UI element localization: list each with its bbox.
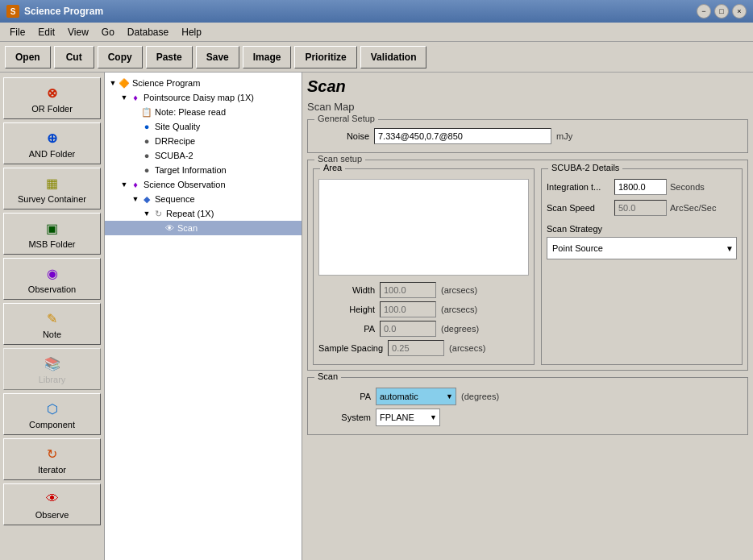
scan-bottom-label: Scan bbox=[314, 371, 341, 381]
pa-dropdown-wrapper: automatic ▼ bbox=[376, 388, 456, 405]
observe-button[interactable]: 👁 Observe bbox=[3, 483, 101, 525]
pointsource-label: Pointsource Daisy map (1X) bbox=[144, 93, 254, 102]
integration-input[interactable] bbox=[614, 179, 667, 195]
expand-icon: ▼ bbox=[131, 194, 140, 204]
iterator-icon: ↻ bbox=[43, 444, 62, 463]
sample-unit: (arcsecs) bbox=[449, 343, 485, 353]
copy-button[interactable]: Copy bbox=[98, 46, 143, 68]
minimize-button[interactable]: − bbox=[697, 4, 711, 19]
tree-item-scuba2[interactable]: ● SCUBA-2 bbox=[105, 148, 302, 163]
drrecipe-label: DRRecipe bbox=[155, 136, 195, 146]
sequence-icon: ◆ bbox=[140, 193, 153, 205]
expand-spacer bbox=[131, 122, 140, 131]
scuba2-details-box: SCUBA-2 Details Integration t... Seconds… bbox=[541, 168, 743, 365]
sample-input[interactable] bbox=[388, 340, 444, 356]
scan-speed-input[interactable] bbox=[614, 200, 667, 216]
height-input[interactable] bbox=[380, 301, 436, 317]
expand-spacer bbox=[131, 165, 140, 175]
main-area: ⊗ OR Folder ⊕ AND Folder ▦ Survey Contai… bbox=[0, 73, 753, 560]
close-button[interactable]: × bbox=[732, 4, 747, 19]
and-folder-icon: ⊕ bbox=[43, 128, 62, 147]
tree-item-repeat[interactable]: ▼ ↻ Repeat (1X) bbox=[105, 206, 302, 221]
expand-icon: ▼ bbox=[119, 180, 129, 189]
survey-container-button[interactable]: ▦ Survey Container bbox=[3, 168, 101, 209]
integration-unit: Seconds bbox=[670, 182, 705, 192]
scan-speed-row: Scan Speed ArcSec/Sec bbox=[547, 200, 737, 216]
width-label: Width bbox=[318, 285, 375, 295]
open-button[interactable]: Open bbox=[5, 46, 51, 68]
scan-speed-label: Scan Speed bbox=[547, 203, 611, 213]
observation-button[interactable]: ◉ Observation bbox=[3, 258, 101, 300]
note-button[interactable]: ✎ Note bbox=[3, 303, 101, 345]
note-label: Note bbox=[43, 330, 61, 339]
drrecipe-icon: ● bbox=[140, 135, 153, 147]
and-folder-button[interactable]: ⊕ AND Folder bbox=[3, 122, 101, 164]
cut-button[interactable]: Cut bbox=[54, 46, 94, 68]
pa-area-input[interactable] bbox=[380, 321, 436, 337]
note-icon: ✎ bbox=[43, 309, 62, 328]
menu-database[interactable]: Database bbox=[121, 25, 175, 39]
pa-dropdown[interactable]: automatic bbox=[376, 388, 456, 405]
menu-go[interactable]: Go bbox=[95, 25, 121, 39]
strategy-select[interactable]: Point Source Raster Pong Lissajous bbox=[547, 237, 737, 259]
strategy-label: Scan Strategy bbox=[547, 224, 737, 234]
image-button[interactable]: Image bbox=[243, 46, 292, 68]
menu-help[interactable]: Help bbox=[175, 25, 208, 39]
survey-container-label: Survey Container bbox=[18, 194, 86, 204]
scan-pa-row: PA automatic ▼ (degrees) bbox=[314, 388, 741, 405]
menu-file[interactable]: File bbox=[3, 25, 31, 39]
menu-edit[interactable]: Edit bbox=[31, 25, 61, 39]
or-folder-button[interactable]: ⊗ OR Folder bbox=[3, 77, 101, 119]
site-quality-label: Site Quality bbox=[155, 122, 200, 131]
noise-input[interactable] bbox=[374, 128, 551, 144]
tree-item-scan[interactable]: 👁 Scan bbox=[105, 221, 302, 235]
validation-button[interactable]: Validation bbox=[360, 46, 427, 68]
tree-item-target-info[interactable]: ● Target Information bbox=[105, 163, 302, 177]
iterator-button[interactable]: ↻ Iterator bbox=[3, 438, 101, 480]
scan-pa-unit: (degrees) bbox=[461, 392, 499, 401]
menubar: File Edit View Go Database Help bbox=[0, 23, 753, 42]
tree-item-science-program[interactable]: ▼ 🔶 Science Program bbox=[105, 76, 302, 90]
or-folder-label: OR Folder bbox=[31, 104, 73, 114]
left-panel: ⊗ OR Folder ⊕ AND Folder ▦ Survey Contai… bbox=[0, 73, 105, 560]
expand-icon: ▼ bbox=[108, 78, 118, 88]
prioritize-button[interactable]: Prioritize bbox=[294, 46, 356, 68]
titlebar: S Science Program − □ × bbox=[0, 0, 753, 23]
system-dropdown[interactable]: FPLANE AZEL TRACKING bbox=[376, 409, 440, 426]
and-folder-label: AND Folder bbox=[29, 149, 75, 159]
target-info-icon: ● bbox=[140, 164, 153, 176]
tree-item-pointsource[interactable]: ▼ ♦ Pointsource Daisy map (1X) bbox=[105, 90, 302, 105]
menu-view[interactable]: View bbox=[61, 25, 95, 39]
expand-spacer bbox=[131, 107, 140, 117]
tree-item-site-quality[interactable]: ● Site Quality bbox=[105, 119, 302, 134]
tree-panel: ▼ 🔶 Science Program ▼ ♦ Pointsource Dais… bbox=[105, 73, 302, 560]
or-folder-icon: ⊗ bbox=[43, 83, 62, 102]
scan-setup-row: Area Width (arcsecs) Height (arcsecs) bbox=[313, 168, 743, 365]
area-label: Area bbox=[320, 163, 345, 172]
component-button[interactable]: ⬡ Component bbox=[3, 393, 101, 435]
system-row: System FPLANE AZEL TRACKING ▼ bbox=[314, 409, 741, 426]
science-program-label: Science Program bbox=[132, 78, 200, 88]
scuba2-label: SCUBA-2 Details bbox=[548, 163, 622, 172]
save-button[interactable]: Save bbox=[196, 46, 239, 68]
noise-row: Noise mJy bbox=[313, 128, 743, 144]
general-setup-label: General Setup bbox=[314, 114, 378, 123]
msb-folder-button[interactable]: ▣ MSB Folder bbox=[3, 213, 101, 255]
component-label: Component bbox=[29, 420, 75, 429]
tree-item-science-obs[interactable]: ▼ ♦ Science Observation bbox=[105, 177, 302, 192]
observe-label: Observe bbox=[35, 510, 69, 520]
tree-item-drrecipe[interactable]: ● DRRecipe bbox=[105, 134, 302, 148]
paste-button[interactable]: Paste bbox=[146, 46, 193, 68]
science-obs-icon: ♦ bbox=[129, 178, 142, 191]
window-title: Science Program bbox=[24, 6, 697, 17]
scan-icon: 👁 bbox=[163, 222, 176, 234]
width-input[interactable] bbox=[380, 282, 436, 298]
survey-container-icon: ▦ bbox=[43, 173, 62, 193]
tree-item-sequence[interactable]: ▼ ◆ Sequence bbox=[105, 192, 302, 206]
library-button[interactable]: 📚 Library bbox=[3, 348, 101, 390]
height-row: Height (arcsecs) bbox=[318, 301, 529, 317]
tree-item-note[interactable]: 📋 Note: Please read bbox=[105, 105, 302, 119]
library-label: Library bbox=[39, 375, 66, 384]
science-obs-label: Science Observation bbox=[144, 180, 226, 189]
maximize-button[interactable]: □ bbox=[714, 4, 729, 19]
